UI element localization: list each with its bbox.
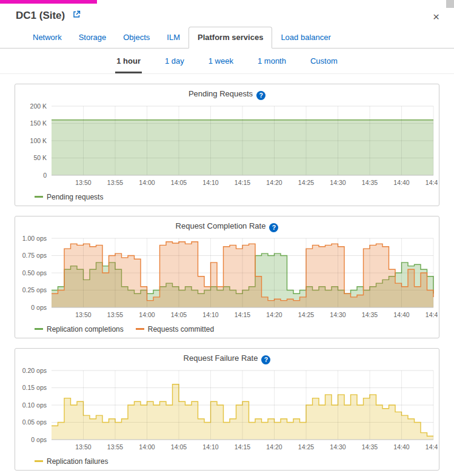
legend-swatch (35, 328, 43, 330)
range-1-month[interactable]: 1 month (256, 56, 287, 73)
chart-panel-pending-requests: Pending Requests? 050 K100 K150 K200 K13… (15, 84, 439, 206)
chart-title-text: Request Failure Rate (184, 354, 258, 363)
svg-text:14:35: 14:35 (362, 311, 378, 318)
range-1-day[interactable]: 1 day (164, 56, 185, 73)
svg-text:14:05: 14:05 (171, 443, 187, 451)
legend-label: Replication completions (47, 325, 124, 334)
svg-text:13:55: 13:55 (107, 179, 123, 186)
chart-panel-request-completion-rate: Request Completion Rate? 0 ops0.25 ops0.… (15, 216, 439, 338)
tab-ilm[interactable]: ILM (158, 27, 189, 48)
svg-text:14:00: 14:00 (139, 179, 155, 186)
tab-storage[interactable]: Storage (70, 27, 115, 48)
svg-text:13:50: 13:50 (75, 443, 91, 451)
time-range-bar: 1 hour 1 day 1 week 1 month Custom (0, 49, 454, 74)
svg-text:0: 0 (43, 172, 47, 179)
tab-network[interactable]: Network (24, 27, 70, 48)
svg-text:0.25 ops: 0.25 ops (22, 286, 47, 293)
legend-label: Replication failures (47, 457, 108, 466)
range-1-hour[interactable]: 1 hour (115, 56, 142, 73)
chart-panel-request-failure-rate: Request Failure Rate? 0 ops0.05 ops0.10 … (15, 348, 439, 471)
legend-item-replication-completions: Replication completions (35, 325, 124, 334)
svg-text:200 K: 200 K (30, 102, 47, 110)
svg-text:50 K: 50 K (33, 154, 47, 161)
chart-canvas: 0 ops0.25 ops0.50 ops0.75 ops1.00 ops13:… (16, 233, 438, 324)
help-icon[interactable]: ? (269, 223, 278, 232)
tab-bar: Network Storage Objects ILM Platform ser… (0, 27, 454, 49)
svg-text:14:00: 14:00 (139, 443, 155, 451)
svg-text:0.05 ops: 0.05 ops (22, 418, 47, 426)
tab-objects[interactable]: Objects (115, 27, 158, 48)
svg-text:14:20: 14:20 (266, 443, 282, 451)
svg-text:14:30: 14:30 (330, 443, 346, 451)
svg-text:14:30: 14:30 (330, 311, 346, 318)
chart-plot-pending-requests: 050 K100 K150 K200 K13:5013:5514:0014:05… (16, 101, 438, 192)
svg-text:14:35: 14:35 (362, 443, 378, 451)
svg-text:14:40: 14:40 (393, 443, 409, 451)
legend-item-pending-requests: Pending requests (35, 193, 103, 201)
svg-text:1.00 ops: 1.00 ops (22, 235, 47, 242)
svg-text:14:25: 14:25 (298, 179, 314, 186)
svg-text:14:10: 14:10 (202, 311, 218, 318)
svg-text:14:10: 14:10 (202, 443, 218, 451)
svg-text:14:25: 14:25 (298, 443, 314, 451)
svg-text:14:25: 14:25 (298, 311, 314, 318)
help-icon[interactable]: ? (256, 91, 265, 100)
svg-text:0.10 ops: 0.10 ops (22, 401, 47, 409)
range-1-week[interactable]: 1 week (207, 56, 235, 73)
legend-label: Pending requests (47, 193, 103, 201)
svg-text:13:50: 13:50 (75, 179, 91, 186)
svg-text:14:20: 14:20 (266, 179, 282, 186)
legend-swatch (136, 328, 144, 330)
close-button[interactable]: × (433, 11, 439, 22)
svg-text:14:05: 14:05 (171, 311, 187, 318)
svg-text:13:55: 13:55 (107, 311, 123, 318)
svg-text:14:45: 14:45 (426, 443, 438, 451)
svg-text:14:15: 14:15 (235, 179, 250, 186)
chart-title-request-completion-rate: Request Completion Rate? (16, 221, 438, 232)
svg-text:100 K: 100 K (30, 137, 47, 144)
svg-text:0 ops: 0 ops (31, 304, 47, 311)
svg-text:14:45: 14:45 (426, 179, 438, 186)
chart-canvas: 0 ops0.05 ops0.10 ops0.15 ops0.20 ops13:… (16, 366, 438, 457)
chart-title-text: Pending Requests (189, 89, 253, 98)
chart-title-text: Request Completion Rate (176, 221, 266, 230)
svg-text:14:15: 14:15 (235, 311, 250, 318)
svg-text:14:35: 14:35 (362, 179, 378, 186)
chart-plot-request-failure-rate: 0 ops0.05 ops0.10 ops0.15 ops0.20 ops13:… (16, 366, 438, 457)
svg-text:14:30: 14:30 (330, 179, 346, 186)
range-custom[interactable]: Custom (309, 56, 339, 73)
chart-plot-request-completion-rate: 0 ops0.25 ops0.50 ops0.75 ops1.00 ops13:… (16, 233, 438, 324)
svg-text:0.75 ops: 0.75 ops (22, 252, 47, 259)
header: DC1 (Site) × (0, 0, 454, 27)
tab-load-balancer[interactable]: Load balancer (272, 27, 339, 48)
svg-text:14:00: 14:00 (139, 311, 155, 318)
legend-item-requests-committed: Requests committed (136, 325, 214, 334)
chart-title-pending-requests: Pending Requests? (16, 89, 438, 100)
legend-label: Requests committed (148, 325, 214, 334)
chart-title-request-failure-rate: Request Failure Rate? (16, 354, 438, 364)
legend-swatch (35, 196, 43, 198)
svg-text:14:40: 14:40 (393, 179, 409, 186)
page-title: DC1 (Site) (16, 10, 65, 22)
tab-platform-services[interactable]: Platform services (189, 27, 272, 49)
svg-text:14:10: 14:10 (202, 179, 218, 186)
chart-canvas: 050 K100 K150 K200 K13:5013:5514:0014:05… (16, 101, 438, 192)
help-icon[interactable]: ? (261, 355, 270, 364)
svg-text:13:50: 13:50 (75, 311, 91, 318)
svg-text:13:55: 13:55 (107, 443, 123, 451)
svg-text:14:05: 14:05 (171, 179, 187, 186)
chart-legend: Replication completions Requests committ… (16, 324, 438, 337)
svg-text:150 K: 150 K (30, 119, 47, 127)
external-link-icon[interactable] (73, 10, 81, 21)
svg-text:0.15 ops: 0.15 ops (22, 384, 47, 391)
legend-swatch (35, 460, 43, 462)
svg-text:0 ops: 0 ops (31, 436, 47, 443)
svg-text:14:40: 14:40 (393, 311, 409, 318)
svg-text:14:45: 14:45 (426, 311, 438, 318)
legend-item-replication-failures: Replication failures (35, 457, 108, 466)
svg-text:0.50 ops: 0.50 ops (22, 269, 47, 277)
svg-text:14:20: 14:20 (266, 311, 282, 318)
chart-legend: Replication failures (16, 457, 438, 469)
svg-text:0.20 ops: 0.20 ops (22, 367, 47, 374)
svg-text:14:15: 14:15 (235, 443, 250, 451)
